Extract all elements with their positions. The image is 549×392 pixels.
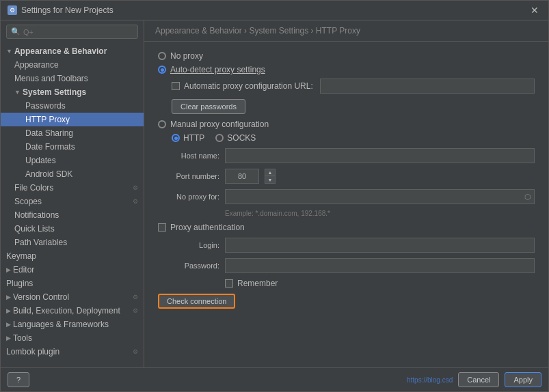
port-down-button[interactable]: ▼ [265, 176, 275, 183]
check-connection-button[interactable]: Check connection [158, 294, 235, 309]
auto-config-row[interactable]: Automatic proxy configuration URL: [172, 79, 535, 94]
auto-config-url-input[interactable] [320, 79, 535, 94]
proxy-auth-row[interactable]: Proxy authentication [158, 223, 535, 232]
settings-icon: ⚙ [8, 5, 17, 15]
auto-detect-radio[interactable] [158, 66, 166, 74]
sidebar-item-updates[interactable]: Updates [1, 154, 144, 167]
apply-button[interactable]: Apply [505, 372, 541, 387]
window-title: Settings for New Projects [21, 5, 113, 15]
sidebar-label: Build, Execution, Deployment [13, 306, 120, 316]
sidebar-item-notifications[interactable]: Notifications [1, 208, 144, 222]
sidebar-item-build-exec[interactable]: ▶ Build, Execution, Deployment ⚙ [1, 304, 144, 318]
expand-icon[interactable]: ⬡ [524, 193, 531, 201]
sidebar-label: Android SDK [25, 169, 72, 179]
sidebar-item-quick-lists[interactable]: Quick Lists [1, 222, 144, 236]
sidebar-item-menus-toolbars[interactable]: Menus and Toolbars [1, 72, 144, 85]
proxy-auth-label: Proxy authentication [170, 223, 245, 232]
manual-proxy-radio[interactable] [158, 120, 166, 128]
search-box[interactable]: 🔍 [6, 25, 138, 39]
sidebar-label: Quick Lists [14, 224, 55, 234]
sidebar-label: Plugins [6, 279, 33, 288]
sidebar-label: Editor [13, 265, 34, 275]
sidebar-item-file-colors[interactable]: File Colors ⚙ [1, 181, 144, 195]
sidebar-item-passwords[interactable]: Passwords [1, 99, 144, 113]
sidebar-label: Notifications [14, 210, 59, 220]
help-button[interactable]: ? [8, 372, 29, 387]
expand-arrow-icon: ▼ [6, 48, 12, 55]
search-input[interactable] [23, 28, 133, 36]
sidebar-item-android-sdk[interactable]: Android SDK [1, 167, 144, 181]
right-panel: Appearance & Behavior › System Settings … [144, 20, 548, 367]
expand-arrow-icon: ▶ [6, 266, 11, 273]
sidebar-item-path-variables[interactable]: Path Variables [1, 236, 144, 249]
no-proxy-radio[interactable] [158, 52, 166, 60]
sidebar-item-date-formats[interactable]: Date Formats [1, 140, 144, 154]
remember-checkbox[interactable] [225, 279, 233, 288]
sidebar-label: Languages & Frameworks [13, 320, 109, 329]
sidebar-label: Data Sharing [25, 128, 73, 138]
sidebar-item-keymap[interactable]: Keymap [1, 249, 144, 263]
clear-passwords-button[interactable]: Clear passwords [172, 99, 245, 114]
sidebar-item-appearance-behavior[interactable]: ▼ Appearance & Behavior [1, 44, 144, 58]
no-proxy-for-container: ⬡ [225, 189, 535, 204]
settings-icon: ⚙ [133, 294, 138, 300]
expand-arrow-icon: ▶ [6, 294, 11, 300]
http-radio-row[interactable]: HTTP [172, 133, 204, 143]
sidebar-item-languages[interactable]: ▶ Languages & Frameworks [1, 318, 144, 331]
example-text: Example: *.domain.com, 192.168.* [225, 210, 535, 217]
check-connection-container: Check connection [158, 294, 535, 309]
port-input[interactable] [225, 169, 259, 184]
title-bar: ⚙ Settings for New Projects ✕ [1, 1, 548, 20]
socks-radio-row[interactable]: SOCKS [215, 133, 256, 143]
login-row: Login: [158, 238, 535, 253]
breadcrumb-part1: Appearance & Behavior [155, 26, 242, 36]
settings-icon: ⚙ [133, 348, 138, 355]
no-proxy-for-label: No proxy for: [158, 193, 219, 201]
no-proxy-row[interactable]: No proxy [158, 51, 535, 61]
sidebar-label: Appearance & Behavior [14, 46, 107, 56]
expand-arrow-icon: ▶ [6, 307, 11, 314]
nav-tree: ▼ Appearance & Behavior Appearance Menus… [1, 43, 144, 367]
remember-label: Remember [237, 279, 278, 288]
title-bar-left: ⚙ Settings for New Projects [8, 5, 113, 15]
manual-proxy-row[interactable]: Manual proxy configuration [158, 120, 535, 129]
sidebar-item-tools[interactable]: ▶ Tools [1, 331, 144, 345]
sidebar: 🔍 ▼ Appearance & Behavior Appearance Men… [1, 20, 144, 367]
http-radio[interactable] [172, 134, 180, 142]
port-spinner[interactable]: ▲ ▼ [265, 169, 276, 184]
proxy-auth-checkbox[interactable] [158, 223, 166, 232]
cancel-button[interactable]: Cancel [458, 372, 499, 387]
port-label: Port number: [158, 172, 219, 180]
sidebar-item-plugins[interactable]: Plugins [1, 277, 144, 290]
sidebar-item-editor[interactable]: ▶ Editor [1, 263, 144, 277]
sidebar-item-data-sharing[interactable]: Data Sharing [1, 126, 144, 140]
remember-row[interactable]: Remember [225, 279, 535, 288]
breadcrumb: Appearance & Behavior › System Settings … [144, 20, 548, 42]
host-name-row: Host name: [158, 148, 535, 163]
host-name-input[interactable] [225, 148, 535, 163]
no-proxy-for-input[interactable] [228, 193, 524, 201]
breadcrumb-sep2: › [310, 26, 315, 36]
sidebar-item-lombok[interactable]: Lombok plugin ⚙ [1, 345, 144, 359]
sidebar-item-system-settings[interactable]: ▼ System Settings [1, 85, 144, 99]
settings-icon: ⚙ [133, 307, 138, 314]
login-input[interactable] [225, 238, 535, 253]
sidebar-label: HTTP Proxy [25, 115, 70, 124]
search-icon: 🔍 [11, 27, 21, 36]
sidebar-label: System Settings [23, 87, 86, 97]
close-button[interactable]: ✕ [528, 5, 541, 16]
password-input[interactable] [225, 258, 535, 273]
content-area: No proxy Auto-detect proxy settings Auto… [144, 42, 548, 367]
sidebar-label: Appearance [14, 60, 59, 70]
sidebar-item-appearance[interactable]: Appearance [1, 58, 144, 72]
sidebar-item-scopes[interactable]: Scopes ⚙ [1, 195, 144, 208]
breadcrumb-part2: System Settings [249, 26, 308, 36]
auto-config-checkbox[interactable] [172, 82, 180, 90]
socks-radio[interactable] [215, 134, 224, 142]
port-up-button[interactable]: ▲ [265, 169, 275, 176]
sidebar-item-version-control[interactable]: ▶ Version Control ⚙ [1, 290, 144, 304]
auto-detect-row[interactable]: Auto-detect proxy settings [158, 65, 535, 74]
sidebar-label: Path Variables [14, 238, 67, 247]
auto-config-label: Automatic proxy configuration URL: [184, 81, 313, 91]
sidebar-item-http-proxy[interactable]: HTTP Proxy [1, 113, 144, 126]
